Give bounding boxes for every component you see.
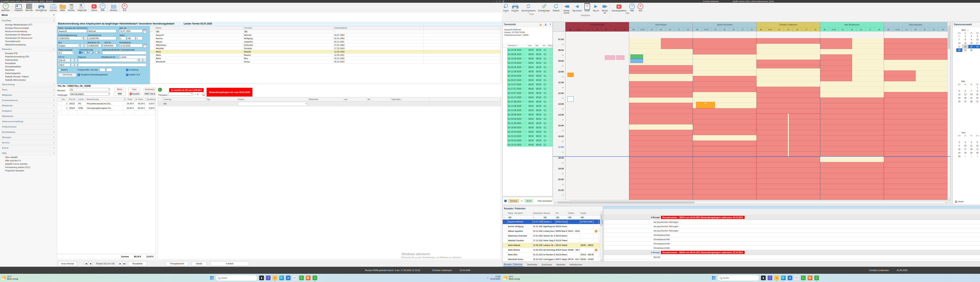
column-header[interactable] — [594, 211, 598, 215]
column-header[interactable]: Strasse — [543, 211, 555, 215]
sidebar-item-anzeige-mitarbeiterplan-f7-[interactable]: Anzeige Mitarbeiterplan (F7) — [0, 23, 56, 27]
calendar-day[interactable]: 8 — [963, 38, 969, 41]
appointment-block[interactable] — [820, 54, 852, 81]
calendar-day[interactable]: 15 — [974, 93, 980, 96]
taskbar-search[interactable]: Suche — [216, 275, 257, 281]
patient-row[interactable]: →Aaaachil Mehmet10.07.1950Strasse 183001… — [503, 220, 603, 224]
sidebar-group--rzte[interactable]: Ärzte∨ — [0, 87, 56, 92]
table-row[interactable]: AbbasiJaqueline02.11.1941 — [150, 40, 501, 43]
day-tab[interactable]: 24 — [775, 27, 784, 32]
appointment-block[interactable] — [757, 38, 820, 44]
firebird-icon[interactable]: ◆ — [306, 276, 311, 280]
day-tab[interactable]: 28 — [939, 27, 947, 32]
column-header[interactable]: Mitarbeiter — [308, 97, 344, 101]
column-header[interactable]: Zuzahlung — [146, 97, 156, 101]
checkbox[interactable] — [95, 51, 98, 54]
diagnose2-field[interactable] — [78, 63, 146, 67]
calendar-day[interactable]: 2 — [956, 140, 963, 144]
rezept-item-row[interactable]: Einsatzpauschale — [604, 241, 980, 246]
status2-field[interactable]: 000 — [127, 36, 135, 40]
rezept-item-row[interactable]: Einsatzpauschale — [604, 237, 980, 241]
taskbar-search[interactable]: Suche — [718, 275, 759, 281]
arzt-field[interactable]: Gappa — [58, 44, 80, 47]
calendar-day[interactable]: 24 — [974, 45, 980, 48]
heute-legend[interactable]: Heute — [955, 201, 964, 203]
calendar-day[interactable]: 5 — [974, 140, 980, 144]
abrechnung-button[interactable]: Abrechnung — [58, 73, 76, 77]
therapist-column-header[interactable]: Max Mustermann — [820, 22, 884, 27]
icd1-add-button[interactable]: + — [75, 59, 78, 62]
toolbar-button-videos[interactable]: ▶Schulungsvideos — [610, 3, 628, 12]
calendar-day[interactable]: 17 — [963, 147, 969, 151]
calendar-day[interactable]: 1 — [963, 155, 969, 158]
sidebar-item--ber-adad95[interactable]: Über adad95 — [0, 156, 56, 159]
store-icon[interactable]: ⊞ — [788, 276, 792, 280]
column-header[interactable]: Tagesdatu... — [390, 97, 430, 101]
rezept-group-row[interactable]: →▾ RezeptRezeptnummer : 38234 vom 16.03.… — [604, 215, 980, 220]
calendar-icon[interactable]: 23 — [143, 30, 146, 33]
termin-row[interactable]: Do 22.05.202508:0008:30CL — [503, 61, 552, 65]
day-tab[interactable]: 22 — [693, 27, 702, 32]
calendar-day[interactable]: 30 — [956, 155, 963, 158]
filter-cell[interactable]: ▼ — [503, 215, 508, 219]
sidebar-item-patientenverwaltung-f5-[interactable]: Patientenverwaltung (F5) — [0, 55, 56, 59]
calendar-day[interactable]: 25 — [968, 151, 974, 155]
day-tab[interactable]: 28 — [684, 27, 693, 32]
calendar-day[interactable]: 13 — [963, 93, 969, 96]
termin-row[interactable]: Do 16.10.202508:0008:30CL — [503, 143, 552, 147]
termin-row[interactable]: Do 17.07.202508:0008:30CL — [503, 87, 552, 91]
weather-widget[interactable]: 12°CMeist sonnig — [504, 276, 520, 280]
therapist-day-column[interactable] — [565, 32, 629, 200]
checkbox[interactable] — [84, 51, 87, 54]
mandant-combo[interactable]: CL — [70, 88, 110, 92]
day-tab[interactable]: 22 — [884, 27, 893, 32]
tab-artikeltermine[interactable]: Artikeltermine — [569, 263, 582, 266]
calendar-day[interactable]: 20 — [963, 96, 969, 100]
calendar-icon[interactable]: 23 — [143, 44, 146, 48]
sidebar-group-abrechnung[interactable]: Abrechnung∨ — [0, 82, 56, 87]
patient-row[interactable]: Abels Bewine12.05.1911Am Knechtsgra...83… — [503, 248, 603, 252]
rezept-item-row[interactable]: bei psychischen Störungen — [604, 228, 980, 233]
patient-row[interactable]: Abdullah Gundula17.12.1924Hoher Steg 883… — [503, 238, 603, 243]
appointment-block[interactable] — [757, 60, 820, 68]
appointment-block[interactable] — [789, 114, 820, 157]
calendar-day[interactable]: 26 — [974, 151, 980, 155]
sidebar-item-warteliste[interactable]: Warteliste — [0, 68, 56, 72]
checkbox[interactable] — [79, 51, 81, 54]
day-tab[interactable]: 26 — [856, 27, 865, 32]
appointment-block[interactable] — [605, 55, 615, 60]
day-tab[interactable]: 27 — [929, 27, 938, 32]
sidebar-group-mitarbeiter[interactable]: Mitarbeiter∨ — [0, 103, 56, 108]
appointment-block[interactable] — [629, 103, 693, 124]
calendar-day[interactable]: 17 — [974, 41, 980, 45]
patient-row[interactable]: Abels Mira01.01.1931Im Rechten Ec...8312… — [503, 252, 603, 257]
day-tab[interactable]: 27 — [675, 27, 684, 32]
column-header[interactable] — [423, 26, 500, 30]
sidebar-item-ressourcenverwaltung[interactable]: Ressourcenverwaltung — [0, 30, 56, 33]
appointment-block[interactable] — [884, 38, 947, 60]
toolbar-button-refresh[interactable]: Refresh — [551, 3, 561, 12]
pin-icon[interactable] — [53, 14, 55, 16]
therapist-day-column[interactable]: 28 — [693, 32, 757, 200]
edge-icon[interactable]: e — [781, 276, 786, 280]
calendar-day[interactable]: 28 — [956, 48, 963, 52]
kurzinfo-button[interactable]: !Kurzinfo — [128, 92, 141, 96]
dropdown-arrow-icon[interactable] — [72, 52, 73, 53]
column-header[interactable] — [503, 43, 507, 48]
day-tab[interactable]: 26 — [793, 27, 802, 32]
icd2-lookup-button[interactable]: ... — [71, 63, 74, 67]
toolbar-button-barcode[interactable]: Barcode — [24, 3, 34, 11]
calendar-day[interactable]: 1 — [974, 86, 980, 89]
new-row[interactable]: * — [57, 111, 156, 115]
patient-row[interactable]: Abbasi Jaqueline02.11.1941Lothary Aue 48… — [503, 229, 603, 234]
calendar-day[interactable]: 3 — [963, 140, 969, 144]
edge-icon[interactable]: e — [279, 276, 284, 280]
frequenz-max-field[interactable] — [107, 68, 112, 71]
snipping-icon[interactable]: ✂ — [794, 276, 799, 280]
checkbox[interactable] — [58, 69, 60, 71]
day-tab[interactable]: 22 — [565, 27, 574, 32]
toolbar-button-hilfe[interactable]: ?Hilfe — [99, 3, 107, 11]
column-header[interactable]: bis — [535, 43, 542, 48]
teams-icon[interactable]: T — [266, 276, 270, 280]
calendar-day[interactable]: 14 — [968, 93, 974, 96]
